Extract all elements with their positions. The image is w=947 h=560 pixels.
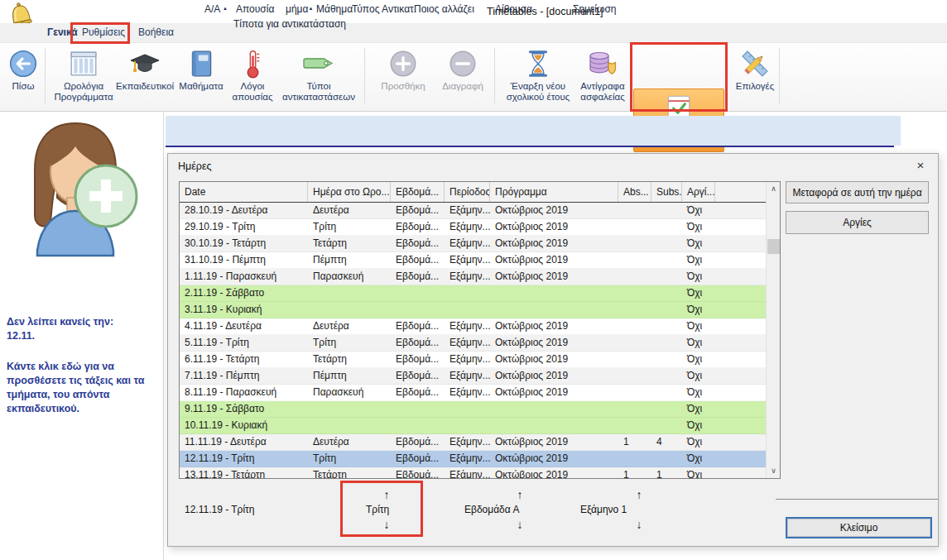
toolbar-separator [494, 48, 495, 104]
backups-button[interactable]: Αντίγραφα ασφαλείας [574, 46, 631, 103]
substitution-types-button[interactable]: Τύποι αντικαταστάσεων [275, 46, 363, 103]
cell-week: Εβδομά... [391, 219, 445, 235]
table-row[interactable]: 30.10.19 - ΤετάρτηΤετάρτηΕβδομά...Εξάμην… [180, 236, 766, 252]
add-button[interactable]: Προσθήκη [374, 46, 432, 92]
table-row[interactable]: 12.11.19 - ΤρίτηΤρίτηΕβδομά...Εξάμην...Ο… [180, 451, 766, 467]
holidays-button[interactable]: Αργίες [786, 211, 929, 234]
footer-separator [776, 499, 938, 500]
cell-period: Εξάμην... [445, 269, 490, 285]
bg-column-who-changes[interactable]: Ποιος αλλάζει [414, 3, 474, 15]
cell-period: Εξάμην... [445, 352, 490, 367]
cell-subs [651, 285, 682, 301]
subjects-button[interactable]: Μαθήματα [177, 46, 225, 92]
col-program[interactable]: Πρόγραμμα [490, 182, 618, 202]
bg-column-absence[interactable]: Απουσία [236, 3, 274, 15]
minus-icon [434, 46, 492, 81]
cell-week [391, 401, 445, 417]
absent-teacher-avatar[interactable] [12, 118, 138, 282]
week-spinner-down-icon[interactable]: ↓ [512, 517, 527, 532]
col-absences[interactable]: Abs... [618, 182, 651, 202]
bg-column-substitution-type[interactable]: Τύπος Αντικατ. [352, 3, 416, 15]
table-row[interactable]: 11.11.19 - ΔευτέραΔευτέραΕβδομά...Εξάμην… [180, 434, 766, 451]
table-row[interactable]: 7.11.19 - ΠέμπτηΠέμπτηΕβδομά...Εξάμην...… [180, 368, 766, 385]
table-row[interactable]: 28.10.19 - ΔευτέραΔευτέραΕβδομά...Εξάμην… [180, 203, 766, 219]
term-spinner-down-icon[interactable]: ↓ [632, 517, 647, 532]
cell-period: Εξάμην... [445, 467, 490, 479]
term-spinner-up-icon[interactable]: ↑ [632, 487, 647, 502]
table-row[interactable]: 3.11.19 - ΚυριακήΌχι [180, 302, 766, 318]
bg-column-room[interactable]: Αίθουσα [495, 3, 532, 15]
table-row[interactable]: 8.11.19 - ΠαρασκευήΠαρασκευήΕβδομά...Εξά… [180, 385, 766, 401]
table-row[interactable]: 10.11.19 - ΚυριακήΌχι [180, 418, 766, 434]
day-spinner-value: Τρίτη [366, 504, 389, 515]
delete-button[interactable]: Διαγραφή [434, 46, 492, 92]
cell-holiday: Όχι [682, 302, 715, 318]
col-holiday[interactable]: Αργί... [682, 182, 715, 202]
cell-day: Τετάρτη [308, 236, 391, 251]
table-row[interactable]: 4.11.19 - ΔευτέραΔευτέραΕβδομά...Εξάμην.… [180, 318, 766, 335]
table-row[interactable]: 13.11.19 - ΤετάρτηΤετάρτηΕβδομά...Εξάμην… [180, 467, 766, 479]
day-spinner-up-icon[interactable]: ↑ [379, 487, 394, 502]
toolbar-separator [779, 48, 780, 104]
transfer-to-day-button[interactable]: Μεταφορά σε αυτή την ημέρα [786, 181, 929, 203]
day-spinner-down-icon[interactable]: ↓ [379, 517, 394, 532]
vertical-scrollbar[interactable]: ∧ ∨ [766, 182, 780, 478]
bg-column-subject[interactable]: Μάθημα [316, 3, 353, 15]
cell-program [490, 285, 618, 301]
absence-reasons-button[interactable]: Λόγοι απουσίας [225, 46, 280, 103]
table-row[interactable]: 29.10.19 - ΤρίτηΤρίτηΕβδομά...Εξάμην...Ο… [180, 219, 766, 236]
background-table-header [166, 116, 901, 146]
col-filler [715, 182, 766, 202]
dialog-close-icon[interactable]: × [911, 157, 930, 174]
col-date[interactable]: Date [180, 182, 308, 202]
cell-abs [618, 302, 651, 318]
table-row[interactable]: 9.11.19 - ΣάββατοΌχι [180, 401, 766, 418]
cell-holiday: Όχι [682, 203, 715, 218]
bg-column-class[interactable]: μήμα▲ [286, 3, 313, 15]
cell-program: Οκτώβριος 2019 [490, 385, 618, 400]
bg-column-note[interactable]: Σημείωση [573, 3, 616, 15]
cell-day: Δευτέρα [308, 434, 391, 450]
scroll-up-icon[interactable]: ∧ [767, 182, 781, 196]
cell-abs: 1 [618, 467, 651, 479]
menu-item-help[interactable]: Βοήθεια [138, 26, 174, 41]
col-week[interactable]: Εβδομά... [391, 182, 445, 202]
cell-date: 11.11.19 - Δευτέρα [180, 434, 308, 450]
scrollbar-thumb[interactable] [767, 239, 780, 254]
back-button[interactable]: Πίσω [5, 46, 41, 92]
table-row[interactable]: 5.11.19 - ΤρίτηΤρίτηΕβδομά...Εξάμην...Οκ… [180, 335, 766, 352]
menu-item-settings[interactable]: Ρυθμίσεις [82, 26, 125, 41]
teachers-button[interactable]: Εκπαιδευτικοί [108, 46, 182, 92]
cell-day: Τρίτη [308, 335, 391, 351]
col-period[interactable]: Περίοδος [445, 182, 490, 202]
close-button[interactable]: Κλείσιμο [787, 519, 930, 537]
cell-abs [618, 352, 651, 367]
options-button[interactable]: Επιλογές [732, 46, 778, 92]
cell-day: Παρασκευή [308, 385, 391, 400]
cell-date: 29.10.19 - Τρίτη [180, 219, 308, 235]
col-substitutions[interactable]: Subs... [651, 182, 682, 202]
sidebar-hint-text[interactable]: Κάντε κλικ εδώ για να προσθέσετε τις τάξ… [7, 360, 157, 416]
cell-holiday: Όχι [682, 236, 715, 251]
cell-abs: 1 [618, 434, 651, 450]
cell-week: Εβδομά... [391, 385, 445, 400]
cell-date: 28.10.19 - Δευτέρα [180, 203, 308, 218]
table-row[interactable]: 6.11.19 - ΤετάρτηΤετάρτηΕβδομά...Εξάμην.… [180, 352, 766, 368]
table-row[interactable]: 31.10.19 - ΠέμπτηΠέμπτηΕβδομά...Εξάμην..… [180, 252, 766, 269]
table-row[interactable]: 1.11.19 - ΠαρασκευήΠαρασκευήΕβδομά...Εξά… [180, 269, 766, 285]
app-window: Timetables - [document1] -aSc- Γενικά Ρυ… [0, 0, 947, 560]
table-row[interactable]: 2.11.19 - ΣάββατοΌχι [180, 285, 766, 302]
col-day-in-timetable[interactable]: Ημέρα στο Ωρο... [308, 182, 391, 202]
cell-date: 2.11.19 - Σάββατο [180, 285, 308, 301]
scroll-down-icon[interactable]: ∨ [767, 464, 781, 478]
cell-week: Εβδομά... [391, 451, 445, 467]
cell-day [308, 401, 391, 417]
cell-subs [651, 418, 682, 433]
cell-subs: 4 [651, 434, 682, 450]
new-school-year-button[interactable]: Έναρξη νέου σχολικού έτους [500, 46, 576, 103]
cell-program: Οκτώβριος 2019 [490, 236, 618, 251]
menu-item-general[interactable]: Γενικά [47, 26, 78, 41]
bg-column-id[interactable]: Α/Α ▲ [204, 3, 228, 15]
selected-day-label: 12.11.19 - Τρίτη [185, 504, 255, 515]
week-spinner-up-icon[interactable]: ↑ [512, 487, 527, 502]
